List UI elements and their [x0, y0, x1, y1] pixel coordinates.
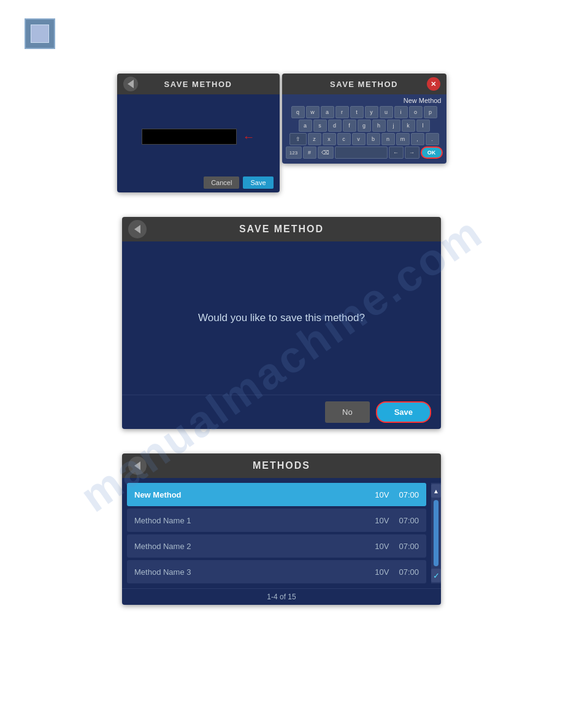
keyboard-row-3: ⇧ z x c v b n m , . — [286, 133, 443, 145]
key-right-arrow[interactable]: → — [405, 146, 419, 159]
method-time-1: 07:00 — [399, 516, 419, 525]
key-g[interactable]: g — [358, 119, 371, 132]
panel3-back-icon — [134, 225, 140, 233]
method-name-2: Method Name 2 — [134, 542, 375, 551]
red-arrow-indicator: ← — [243, 131, 255, 143]
scroll-down-button[interactable]: ✓ — [431, 569, 441, 582]
keyboard-panel: ✕ SAVE METHOD New Method q w a r t y u i… — [282, 74, 446, 164]
keyboard-current-text: New Method — [286, 97, 443, 104]
method-time-3: 07:00 — [399, 567, 419, 577]
key-x[interactable]: x — [323, 133, 336, 145]
key-a2[interactable]: a — [299, 119, 312, 132]
panel4-header: METHODS — [122, 453, 441, 478]
panel1-footer: Cancel Save — [117, 173, 280, 192]
key-b[interactable]: b — [367, 133, 380, 145]
panel3-footer: No Save — [122, 395, 441, 429]
key-v[interactable]: v — [352, 133, 366, 145]
checkmark-icon: ✓ — [433, 571, 440, 580]
no-button[interactable]: No — [325, 401, 370, 423]
key-r[interactable]: r — [335, 106, 349, 118]
key-j[interactable]: j — [387, 119, 400, 132]
key-left-arrow[interactable]: ← — [389, 146, 404, 159]
method-voltage-0: 10V — [375, 490, 389, 499]
logo — [25, 18, 61, 55]
save-button-3[interactable]: Save — [376, 401, 431, 423]
key-a[interactable]: a — [321, 106, 334, 118]
panel4-body: New Method 10V 07:00 Method Name 1 10V 0… — [122, 478, 441, 588]
method-voltage-2: 10V — [375, 542, 389, 551]
key-w[interactable]: w — [306, 106, 320, 118]
method-item-1[interactable]: Method Name 1 10V 07:00 — [127, 509, 426, 532]
key-m[interactable]: m — [396, 133, 410, 145]
key-period[interactable]: . — [426, 133, 439, 145]
method-item-3[interactable]: Method Name 3 10V 07:00 — [127, 560, 426, 583]
method-list: New Method 10V 07:00 Method Name 1 10V 0… — [122, 483, 431, 583]
method-time-2: 07:00 — [399, 542, 419, 551]
panel3-body: Would you like to save this method? — [122, 241, 441, 395]
key-u[interactable]: u — [380, 106, 393, 118]
method-name-3: Method Name 3 — [134, 567, 375, 577]
method-voltage-1: 10V — [375, 516, 389, 525]
methods-list-panel: METHODS New Method 10V 07:00 Method Name… — [122, 453, 441, 605]
scroll-thumb — [434, 500, 439, 566]
panel1-back-icon — [128, 80, 134, 88]
key-p[interactable]: p — [424, 106, 437, 118]
key-k[interactable]: k — [402, 119, 415, 132]
method-name-0: New Method — [134, 490, 375, 499]
panel3-back-button[interactable] — [128, 220, 147, 238]
ok-button[interactable]: OK — [421, 146, 443, 159]
methods-scroll-container: New Method 10V 07:00 Method Name 1 10V 0… — [122, 483, 441, 583]
confirm-question: Would you like to save this method? — [198, 312, 365, 324]
save-method-panel-1: SAVE METHOD ← Cancel Save — [117, 74, 280, 192]
key-comma[interactable]: , — [411, 133, 424, 145]
key-z[interactable]: z — [308, 133, 321, 145]
method-name-1: Method Name 1 — [134, 516, 375, 525]
key-y[interactable]: y — [365, 106, 378, 118]
scroll-up-button[interactable]: ▲ — [431, 484, 441, 498]
key-c[interactable]: c — [337, 133, 351, 145]
method-item-2[interactable]: Method Name 2 10V 07:00 — [127, 534, 426, 558]
top-row-panels: SAVE METHOD ← Cancel Save ✕ SAVE METHOD … — [117, 74, 446, 192]
panel4-title: METHODS — [253, 460, 310, 471]
key-d[interactable]: d — [328, 119, 342, 132]
panel1-title: SAVE METHOD — [164, 80, 232, 89]
pagination-text: 1-4 of 15 — [267, 593, 296, 601]
scroll-track: ▲ ✓ — [431, 483, 441, 583]
keyboard-row-2: a s d f g h j k l — [286, 119, 443, 132]
key-space[interactable] — [335, 146, 388, 159]
panel4-back-button[interactable] — [128, 457, 147, 475]
method-voltage-3: 10V — [375, 567, 389, 577]
key-hash[interactable]: # — [303, 146, 316, 159]
key-backspace[interactable]: ⌫ — [318, 146, 334, 159]
key-o[interactable]: o — [409, 106, 423, 118]
panel1-header: SAVE METHOD — [117, 74, 280, 94]
key-shift[interactable]: ⇧ — [289, 133, 307, 145]
save-confirm-panel: SAVE METHOD Would you like to save this … — [122, 217, 441, 429]
key-f[interactable]: f — [343, 119, 356, 132]
keyboard-body: New Method q w a r t y u i o p a — [282, 94, 446, 164]
panel1-body: ← — [117, 94, 280, 173]
method-time-0: 07:00 — [399, 490, 419, 499]
key-h[interactable]: h — [372, 119, 386, 132]
save-button-1[interactable]: Save — [243, 176, 273, 189]
panel2-close-button[interactable]: ✕ — [427, 77, 440, 91]
method-item-0[interactable]: New Method 10V 07:00 — [127, 483, 426, 506]
key-t[interactable]: t — [350, 106, 364, 118]
method-name-input[interactable] — [142, 129, 237, 145]
key-q[interactable]: q — [291, 106, 305, 118]
panel3-header: SAVE METHOD — [122, 217, 441, 241]
key-123[interactable]: 123 — [286, 146, 302, 159]
cancel-button-1[interactable]: Cancel — [204, 176, 239, 189]
key-l[interactable]: l — [416, 119, 430, 132]
panel4-back-icon — [134, 461, 140, 470]
key-i[interactable]: i — [394, 106, 408, 118]
panel2-title: SAVE METHOD — [330, 80, 398, 89]
key-n[interactable]: n — [381, 133, 395, 145]
panel1-back-button[interactable] — [123, 77, 138, 91]
panel4-footer: 1-4 of 15 — [122, 588, 441, 605]
panel2-header: ✕ SAVE METHOD — [282, 74, 446, 94]
keyboard-row-4: 123 # ⌫ ← → OK — [286, 146, 443, 159]
key-s[interactable]: s — [313, 119, 327, 132]
panel3-title: SAVE METHOD — [239, 224, 324, 235]
keyboard-row-1: q w a r t y u i o p — [286, 106, 443, 118]
